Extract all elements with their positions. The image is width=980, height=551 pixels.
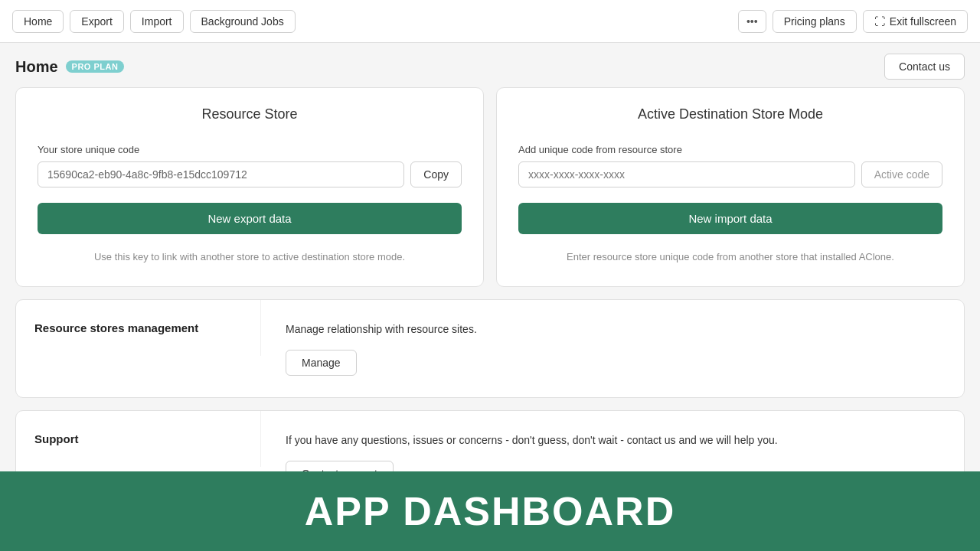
- resource-management-label: Resource stores management: [16, 300, 261, 356]
- footer-banner: APP DASHBOARD: [0, 471, 980, 551]
- more-options-button[interactable]: •••: [738, 10, 766, 33]
- manage-button[interactable]: Manage: [286, 350, 357, 376]
- destination-store-footer: Enter resource store unique code from an…: [518, 249, 942, 265]
- destination-store-card: Active Destination Store Mode Add unique…: [496, 87, 965, 287]
- export-nav-button[interactable]: Export: [70, 10, 123, 33]
- footer-banner-text: APP DASHBOARD: [17, 488, 963, 534]
- resource-store-title: Resource Store: [38, 106, 462, 122]
- active-code-button[interactable]: Active code: [861, 161, 942, 187]
- page-header-left: Home PRO PLAN: [15, 58, 124, 76]
- store-code-label: Your store unique code: [38, 144, 462, 155]
- destination-store-title: Active Destination Store Mode: [518, 106, 942, 122]
- new-import-data-button[interactable]: New import data: [518, 203, 942, 234]
- pro-plan-badge: PRO PLAN: [66, 60, 125, 73]
- pricing-plans-button[interactable]: Pricing plans: [773, 10, 857, 33]
- exit-fullscreen-button[interactable]: ⛶ Exit fullscreen: [863, 10, 968, 33]
- main-content: Resource Store Your store unique code Co…: [0, 87, 980, 524]
- store-code-input[interactable]: [38, 161, 404, 187]
- import-nav-button[interactable]: Import: [130, 10, 184, 33]
- page-header: Home PRO PLAN Contact us: [0, 43, 980, 87]
- resource-management-desc: Manage relationship with resource sites.: [286, 321, 939, 337]
- unique-code-row: Active code: [518, 161, 942, 187]
- nav-right: ••• Pricing plans ⛶ Exit fullscreen: [738, 10, 968, 33]
- exit-fullscreen-label: Exit fullscreen: [890, 15, 956, 28]
- cards-row: Resource Store Your store unique code Co…: [15, 87, 965, 287]
- resource-store-card: Resource Store Your store unique code Co…: [15, 87, 484, 287]
- home-nav-button[interactable]: Home: [12, 10, 64, 33]
- page-title: Home: [15, 58, 58, 76]
- copy-button[interactable]: Copy: [410, 161, 462, 187]
- resource-store-footer: Use this key to link with another store …: [38, 249, 462, 265]
- top-nav: Home Export Import Background Jobs ••• P…: [0, 0, 980, 43]
- unique-code-input[interactable]: [518, 161, 855, 187]
- nav-left: Home Export Import Background Jobs: [12, 10, 732, 33]
- fullscreen-icon: ⛶: [874, 15, 885, 28]
- resource-management-content: Manage relationship with resource sites.…: [261, 300, 964, 397]
- unique-code-label: Add unique code from resource store: [518, 144, 942, 155]
- store-code-row: Copy: [38, 161, 462, 187]
- support-desc: If you have any questions, issues or con…: [286, 432, 939, 448]
- support-label: Support: [16, 411, 261, 467]
- resource-management-section: Resource stores management Manage relati…: [15, 299, 965, 398]
- new-export-data-button[interactable]: New export data: [38, 203, 462, 234]
- background-jobs-nav-button[interactable]: Background Jobs: [190, 10, 296, 33]
- contact-us-button[interactable]: Contact us: [884, 54, 965, 80]
